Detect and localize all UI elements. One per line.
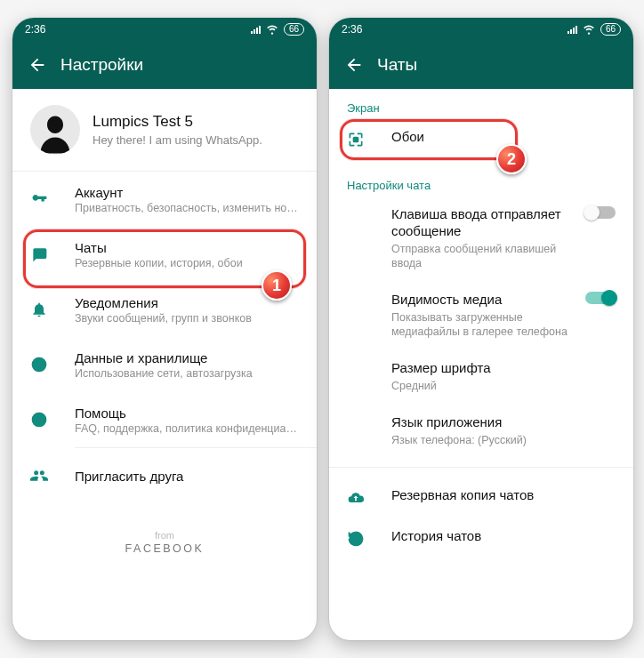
- toggle-media-visibility[interactable]: [585, 292, 616, 304]
- profile-status: Hey there! I am using WhatsApp.: [93, 133, 262, 147]
- chat-icon: [30, 245, 75, 263]
- clock: 2:36: [25, 23, 45, 36]
- settings-item-invite[interactable]: Пригласить друга: [12, 448, 317, 503]
- item-subtitle: Язык телефона: (Русский): [391, 433, 616, 447]
- toggle-enter-send[interactable]: [585, 206, 616, 219]
- item-title: Клавиша ввода отправляет сообщение: [391, 206, 578, 240]
- battery-icon: 66: [600, 23, 621, 36]
- item-subtitle: Отправка сообщений клавишей ввода: [391, 242, 578, 271]
- history-icon: [347, 530, 391, 548]
- people-icon: [30, 467, 75, 485]
- item-subtitle: Звуки сообщений, групп и звонков: [75, 312, 299, 325]
- item-subtitle: Показывать загруженные медиафайлы в гале…: [391, 310, 578, 340]
- svg-rect-3: [354, 138, 358, 142]
- chats-item-media-visibility[interactable]: Видимость медиа Показывать загруженные м…: [329, 281, 633, 349]
- item-subtitle: Приватность, безопасность, изменить номе…: [75, 202, 299, 214]
- svg-point-2: [38, 422, 40, 424]
- section-chat: Настройки чата: [329, 166, 633, 196]
- item-title: Уведомления: [75, 295, 299, 310]
- back-button[interactable]: [20, 47, 55, 83]
- item-subtitle: Средний: [391, 379, 616, 393]
- key-icon: [30, 190, 75, 208]
- clock: 2:36: [342, 23, 362, 36]
- item-subtitle: FAQ, поддержка, политика конфиденциальн.…: [75, 422, 299, 435]
- signal-icon: [568, 26, 577, 34]
- battery-icon: 66: [284, 23, 304, 36]
- settings-item-account[interactable]: Аккаунт Приватность, безопасность, измен…: [12, 172, 317, 227]
- wifi-icon: [583, 23, 595, 36]
- settings-item-data[interactable]: Данные и хранилище Использование сети, а…: [12, 337, 317, 392]
- item-title: Аккаунт: [75, 185, 299, 200]
- app-bar: Настройки: [12, 41, 317, 89]
- cloud-upload-icon: [347, 489, 391, 507]
- chats-item-app-language[interactable]: Язык приложения Язык телефона: (Русский): [329, 404, 633, 458]
- signal-icon: [251, 26, 261, 34]
- app-bar: Чаты: [329, 41, 633, 89]
- item-title: Резервная копия чатов: [391, 487, 616, 504]
- back-button[interactable]: [336, 47, 372, 83]
- avatar: [30, 105, 80, 155]
- settings-item-help[interactable]: Помощь FAQ, поддержка, политика конфиден…: [12, 392, 317, 447]
- item-title: Видимость медиа: [391, 292, 578, 309]
- chats-item-enter-send[interactable]: Клавиша ввода отправляет сообщение Отпра…: [329, 196, 633, 281]
- phone-settings: 2:36 66 Настройки Lumpics Test 5 Hey the…: [12, 18, 317, 640]
- help-icon: [30, 411, 75, 429]
- app-bar-title: Чаты: [377, 55, 417, 75]
- settings-item-chats[interactable]: Чаты Резервные копии, история, обои: [12, 227, 317, 282]
- item-title: Обои: [391, 129, 616, 146]
- item-title: История чатов: [391, 528, 616, 545]
- app-bar-title: Настройки: [60, 55, 143, 75]
- wifi-icon: [266, 23, 278, 36]
- profile-row[interactable]: Lumpics Test 5 Hey there! I am using Wha…: [12, 89, 317, 171]
- item-subtitle: Резервные копии, история, обои: [75, 257, 299, 269]
- status-bar: 2:36 66: [329, 18, 633, 41]
- settings-item-notifications[interactable]: Уведомления Звуки сообщений, групп и зво…: [12, 282, 317, 337]
- item-subtitle: Использование сети, автозагрузка: [75, 367, 299, 380]
- item-title: Помощь: [75, 405, 299, 421]
- chats-item-font-size[interactable]: Размер шрифта Средний: [329, 349, 633, 404]
- from-facebook: from FACEBOOK: [12, 503, 317, 573]
- bell-icon: [30, 301, 75, 318]
- chats-item-wallpaper[interactable]: Обои: [329, 118, 633, 159]
- profile-name: Lumpics Test 5: [93, 113, 262, 131]
- section-screen: Экран: [329, 89, 633, 118]
- phone-chats-settings: 2:36 66 Чаты Экран Обои Настройки чата К…: [329, 18, 633, 640]
- status-bar: 2:36 66: [12, 18, 317, 41]
- wallpaper-icon: [347, 131, 391, 148]
- chats-item-history[interactable]: История чатов: [329, 518, 633, 558]
- data-icon: [30, 356, 75, 373]
- item-title: Пригласить друга: [75, 469, 299, 484]
- item-title: Чаты: [75, 240, 299, 255]
- chats-item-backup[interactable]: Резервная копия чатов: [329, 477, 633, 518]
- item-title: Размер шрифта: [391, 360, 616, 377]
- item-title: Данные и хранилище: [75, 350, 299, 365]
- item-title: Язык приложения: [391, 414, 616, 431]
